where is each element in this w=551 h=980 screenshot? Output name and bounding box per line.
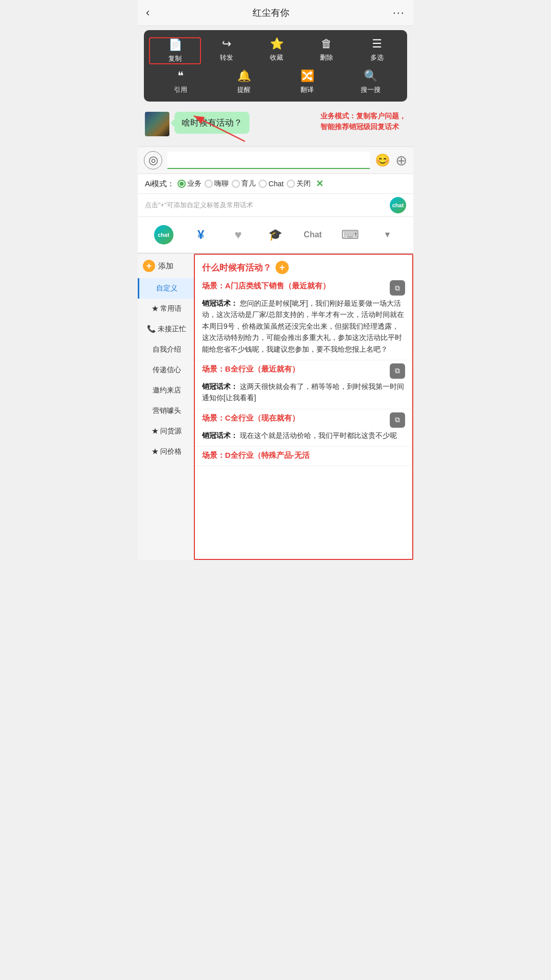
sidebar-add-button[interactable]: + 添加 [138,254,194,278]
sidebar-item-invite[interactable]: 邀约来店 [138,380,194,401]
multiselect-icon: ☰ [372,37,382,51]
toolbar-heart[interactable]: ♥ [219,225,257,245]
copy-icon-b: ⧉ [395,366,400,375]
sidebar-item-custom[interactable]: 自定义 [138,278,194,299]
add-label: 添加 [158,261,173,271]
back-button[interactable]: ‹ [146,6,149,19]
scene-a-title: 场景：A门店类线下销售（最近就有） [202,280,387,291]
graduation-icon: 🎓 [268,228,282,241]
radio-haichat-label: 嗨聊 [214,179,229,188]
robot-icon: chat [154,225,173,244]
context-menu-favorite[interactable]: ⭐ 收藏 [252,37,302,64]
sidebar-confidence-label: 传递信心 [153,365,181,374]
copy-icon-a: ⧉ [395,284,400,292]
radio-parenting-label: 育儿 [241,179,256,188]
chat-icon[interactable]: chat [390,197,406,213]
context-menu-search[interactable]: 🔍 搜一搜 [339,69,402,94]
context-menu-row-2: ❝ 引用 🔔 提醒 🔀 翻译 🔍 搜一搜 [149,69,402,94]
radio-openchat[interactable] [259,180,267,188]
chat-bubble: 啥时候有活动？ [174,112,249,134]
multiselect-label: 多选 [370,53,384,62]
input-bar: ◎ 😊 ⊕ [138,146,413,174]
radio-parenting[interactable] [232,180,240,188]
scene-b-content: 销冠话术： 这两天很快就会有了，稍等等哈，到时候我第一时间通知你[让我看看] [202,381,405,404]
sidebar-item-busy[interactable]: 📞 未接正忙 [138,319,194,339]
ai-mode-option-parenting[interactable]: 育儿 [232,179,256,188]
ai-mode-option-openchat[interactable]: Chat [259,180,284,188]
sidebar-item-common[interactable]: ★ 常用语 [138,299,194,319]
context-menu-delete[interactable]: 🗑 删除 [302,37,352,64]
quote-label: 引用 [174,85,187,94]
scene-c-content: 销冠话术： 现在这个就是活动价哈，我们平时都比这贵不少呢 [202,430,405,441]
ai-mode-close[interactable]: ✕ [316,178,323,189]
radio-haichat[interactable] [205,180,213,188]
sidebar-item-intro[interactable]: 自我介绍 [138,339,194,360]
scene-b-title: 场景：B全行业（最近就有） [202,363,387,374]
context-menu-forward[interactable]: ↪ 转发 [201,37,251,64]
radio-off[interactable] [287,180,295,188]
bell-icon: 🔔 [237,69,251,83]
voice-button[interactable]: ◎ [144,151,162,169]
scene-a-header: 场景：A门店类线下销售（最近就有） ⧉ [202,280,405,296]
favorite-icon: ⭐ [270,37,284,51]
sidebar-busy-label: 📞 未接正忙 [147,325,186,333]
scene-block-a: 场景：A门店类线下销售（最近就有） ⧉ 销冠话术： 您问的正是时候[呲牙]，我们… [195,277,412,360]
toolbar-robot[interactable]: chat [145,222,182,248]
scene-c-content-label: 销冠话术： [202,431,238,439]
chat-input[interactable] [167,152,370,169]
heart-icon: ♥ [235,228,242,242]
more-options-button[interactable]: ··· [393,6,405,19]
sidebar-item-marketing[interactable]: 营销噱头 [138,401,194,421]
toolbar-graduation[interactable]: 🎓 [257,225,294,244]
context-menu: 📄 复制 ↪ 转发 ⭐ 收藏 🗑 删除 ☰ 多选 ❝ 引用 🔔 提醒 🔀 [144,30,407,102]
ai-mode-option-chat[interactable]: 嗨聊 [205,179,229,188]
keyboard-icon: ⌨ [341,228,359,242]
copy-icon: 📄 [168,38,182,52]
toolbar-chat-text[interactable]: Chat [294,227,332,242]
radio-business[interactable] [178,180,186,188]
sidebar-item-price[interactable]: ★ 问价格 [138,442,194,462]
scene-a-copy-button[interactable]: ⧉ [390,280,405,296]
sidebar-item-confidence[interactable]: 传递信心 [138,360,194,380]
toolbar: chat ¥ ♥ 🎓 Chat ⌨ ▼ [138,217,413,254]
sidebar-custom-label: 自定义 [156,284,178,292]
scene-c-header: 场景：C全行业（现在就有） ⧉ [202,412,405,428]
copy-label: 复制 [168,54,182,63]
chat-icon-label: chat [392,202,404,208]
toolbar-yen[interactable]: ¥ [182,225,219,245]
radio-business-label: 业务 [187,179,202,188]
ai-mode-option-business[interactable]: 业务 [178,179,202,188]
sidebar-item-source[interactable]: ★ 问货源 [138,421,194,442]
chat-area: 啥时候有活动？ 业务模式：复制客户问题， 智能推荐销冠级回复话术 [138,106,413,146]
scene-block-c: 场景：C全行业（现在就有） ⧉ 销冠话术： 现在这个就是活动价哈，我们平时都比这… [195,409,412,447]
scene-c-copy-button[interactable]: ⧉ [390,412,405,428]
context-menu-quote[interactable]: ❝ 引用 [149,69,212,94]
tip-text: 点击"+"可添加自定义标签及常用话术 [145,201,253,210]
question-title: 什么时候有活动？ [202,262,271,274]
ai-mode-option-off[interactable]: 关闭 [287,179,311,188]
favorite-label: 收藏 [270,53,283,62]
scene-a-content: 销冠话术： 您问的正是时候[呲牙]，我们刚好最近要做一场大活动，这次活动是厂家/… [202,298,405,355]
scene-a-content-label: 销冠话术： [202,299,238,307]
dropdown-icon: ▼ [383,230,391,239]
scene-b-copy-button[interactable]: ⧉ [390,363,405,379]
toolbar-keyboard[interactable]: ⌨ [332,225,369,245]
sidebar-common-label: ★ 常用语 [152,304,182,312]
add-plus-icon: + [143,260,155,272]
context-menu-multiselect[interactable]: ☰ 多选 [352,37,402,64]
remind-label: 提醒 [237,85,251,94]
sidebar: + 添加 自定义 ★ 常用语 📞 未接正忙 自我介绍 传递信心 邀约来店 营销噱… [138,254,194,560]
scene-b-header: 场景：B全行业（最近就有） ⧉ [202,363,405,379]
context-menu-remind[interactable]: 🔔 提醒 [212,69,276,94]
add-attachment-button[interactable]: ⊕ [395,152,407,169]
ai-mode-bar: Ai模式： 业务 嗨聊 育儿 Chat 关闭 ✕ [138,174,413,194]
question-header: 什么时候有活动？ + [195,255,412,277]
emoji-button[interactable]: 😊 [375,153,390,167]
yen-icon: ¥ [197,228,204,242]
question-add-button[interactable]: + [276,261,289,274]
avatar [145,112,169,136]
sidebar-marketing-label: 营销噱头 [153,406,181,414]
context-menu-copy[interactable]: 📄 复制 [149,37,201,64]
context-menu-translate[interactable]: 🔀 翻译 [276,69,339,94]
toolbar-dropdown[interactable]: ▼ [369,227,406,242]
